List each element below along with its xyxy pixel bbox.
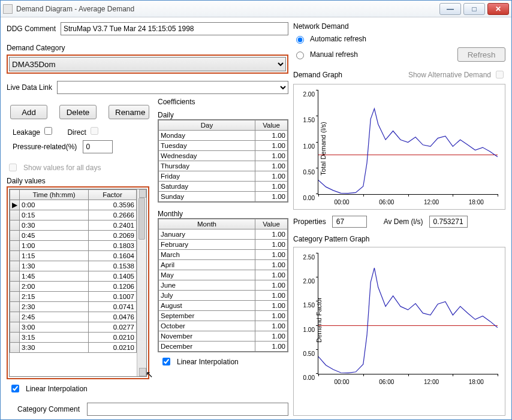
leakage-label: Leakage (13, 125, 54, 137)
table-row[interactable]: Friday1.00 (159, 171, 288, 182)
table-row[interactable]: 1:150.1604 (10, 251, 137, 261)
table-row[interactable]: January1.00 (159, 229, 288, 240)
add-button[interactable]: Add (10, 105, 47, 119)
dailyvalues-highlight: Time (hh:mm) Factor ▶0:000.35960:150.266… (7, 186, 149, 379)
table-row[interactable]: December1.00 (159, 342, 288, 352)
table-row[interactable]: 0:300.2401 (10, 220, 137, 231)
linear-interp-label-2: Linear Interpolation (177, 358, 239, 366)
auto-refresh-radio[interactable] (296, 36, 304, 44)
rename-button[interactable]: Rename (109, 105, 149, 119)
y-tick: 2.50 (299, 254, 315, 261)
y-tick: 0.00 (299, 374, 315, 381)
table-row[interactable]: 1:000.1803 (10, 241, 137, 251)
table-row[interactable]: 3:150.0210 (10, 333, 137, 343)
coeff-monthly-label: Monthly (158, 210, 288, 218)
x-tick: 12:00 (424, 199, 439, 206)
table-row[interactable]: September1.00 (159, 311, 288, 321)
table-row[interactable]: ▶0:000.3596 (10, 200, 137, 210)
client-area: DDG Comment Demand Category DMA35Dom Liv… (1, 17, 511, 419)
y-tick: 1.50 (299, 302, 315, 309)
avdem-label: Av Dem (l/s) (384, 217, 423, 226)
linear-interp-checkbox-2[interactable] (162, 358, 170, 365)
table-row[interactable]: February1.00 (159, 240, 288, 250)
app-window: Demand Diagram - Average Demand — □ ✕ DD… (0, 0, 512, 420)
x-tick: 18:00 (469, 199, 484, 206)
ddg-comment-label: DDG Comment (7, 25, 56, 33)
network-demand-title: Network Demand (293, 22, 505, 31)
table-row[interactable]: 1:300.1538 (10, 261, 137, 271)
table-row[interactable]: 3:300.0210 (10, 343, 137, 353)
demand-category-label: Demand Category (7, 44, 288, 52)
table-row[interactable]: October1.00 (159, 321, 288, 331)
monthly-coeff-header-month: Month (159, 219, 255, 229)
table-row[interactable]: Wednesday1.00 (159, 151, 288, 161)
dailyvalues-table[interactable]: Time (hh:mm) Factor ▶0:000.35960:150.266… (10, 189, 137, 376)
direct-label: Direct (67, 125, 100, 137)
dailyvalues-header-factor: Factor (89, 190, 137, 200)
y-tick: 2.00 (299, 278, 315, 285)
table-row[interactable]: June1.00 (159, 280, 288, 291)
titlebar: Demand Diagram - Average Demand — □ ✕ (1, 1, 511, 17)
livedata-label: Live Data Link (7, 83, 52, 92)
left-column: DDG Comment Demand Category DMA35Dom Liv… (7, 22, 288, 416)
table-row[interactable]: 0:150.2666 (10, 210, 137, 220)
maximize-button[interactable]: □ (463, 3, 485, 15)
leakage-checkbox[interactable] (44, 127, 52, 135)
dailyvalues-scrollbar[interactable] (137, 189, 146, 376)
properties-label: Properties (293, 217, 326, 226)
chart-line (318, 90, 498, 194)
daily-coeffs-table[interactable]: Day Value Monday1.00Tuesday1.00Wednesday… (158, 120, 288, 202)
table-row[interactable]: July1.00 (159, 291, 288, 301)
table-row[interactable]: Tuesday1.00 (159, 141, 288, 151)
category-comment-input[interactable] (87, 403, 288, 416)
minimize-button[interactable]: — (439, 3, 461, 15)
coefficients-panel: Coefficients Daily Day Value Monday1.00T… (158, 98, 288, 394)
table-row[interactable]: 2:450.0476 (10, 312, 137, 322)
table-row[interactable]: 0:450.2069 (10, 231, 137, 241)
table-row[interactable]: 2:150.1007 (10, 292, 137, 302)
livedata-select[interactable] (57, 81, 288, 94)
table-row[interactable]: April1.00 (159, 260, 288, 270)
manual-refresh-radio[interactable] (296, 52, 304, 59)
demand-graph: Total Demand (l/s) 0.000.501.001.502.00 … (293, 84, 505, 210)
properties-value: 67 (332, 216, 367, 228)
category-comment-label: Category Comment (17, 405, 80, 413)
y-tick: 0.00 (299, 195, 315, 201)
manual-refresh-label: Manual refresh (310, 50, 358, 59)
y-tick: 2.00 (299, 91, 315, 98)
y-tick: 1.50 (299, 117, 315, 123)
category-graph-title: Category Pattern Graph (293, 235, 369, 243)
table-row[interactable]: Monday1.00 (159, 131, 288, 141)
table-row[interactable]: August1.00 (159, 301, 288, 311)
table-row[interactable]: May1.00 (159, 270, 288, 280)
linear-interp-checkbox-1[interactable] (11, 385, 19, 392)
dailyvalues-title: Daily values (7, 177, 149, 185)
avdem-value: 0.753271 (429, 216, 468, 228)
ddg-comment-input[interactable] (61, 22, 288, 35)
x-tick: 06:00 (379, 379, 394, 385)
table-row[interactable]: Thursday1.00 (159, 161, 288, 171)
show-alt-demand-checkbox (496, 71, 504, 78)
chart-line (318, 253, 498, 374)
x-tick: 06:00 (379, 199, 394, 206)
table-row[interactable]: Sunday1.00 (159, 192, 288, 202)
table-row[interactable]: Saturday1.00 (159, 182, 288, 192)
table-row[interactable]: 2:000.1206 (10, 282, 137, 292)
monthly-coeffs-table[interactable]: Month Value January1.00February1.00March… (158, 219, 288, 352)
category-pattern-graph: Demand Factor 0.000.501.001.502.002.50 0… (293, 247, 505, 416)
table-row[interactable]: November1.00 (159, 331, 288, 342)
window-title: Demand Diagram - Average Demand (16, 5, 439, 13)
demand-category-highlight: DMA35Dom (7, 55, 288, 74)
close-button[interactable]: ✕ (487, 3, 509, 15)
daily-coeff-header-value: Value (255, 120, 288, 131)
table-row[interactable]: 2:300.0741 (10, 302, 137, 312)
table-row[interactable]: 1:450.1405 (10, 271, 137, 282)
direct-checkbox (91, 127, 98, 135)
table-row[interactable]: 3:000.0277 (10, 322, 137, 333)
showall-checkbox (9, 164, 17, 171)
demand-category-select[interactable]: DMA35Dom (9, 57, 286, 71)
pressure-input[interactable] (83, 140, 113, 153)
table-row[interactable]: March1.00 (159, 250, 288, 260)
pressure-label: Pressure-related(%) (13, 143, 77, 151)
delete-button[interactable]: Delete (59, 105, 97, 119)
